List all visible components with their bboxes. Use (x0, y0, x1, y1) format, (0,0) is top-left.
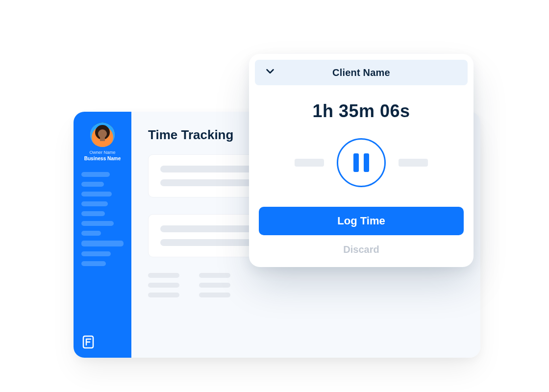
business-name-label: Business Name (84, 156, 121, 161)
sidebar-item[interactable] (81, 182, 104, 187)
summary-columns (148, 273, 461, 297)
client-selector[interactable]: Client Name (255, 60, 468, 85)
discard-button[interactable]: Discard (249, 244, 474, 255)
skeleton-line (148, 293, 179, 297)
skeleton-line (199, 293, 230, 297)
sidebar-item[interactable] (81, 261, 106, 266)
brand-logo-icon (79, 335, 95, 351)
sidebar: Owner Name Business Name (74, 112, 131, 358)
pause-button[interactable] (337, 138, 386, 187)
owner-name-label: Owner Name (89, 150, 115, 155)
client-name-label: Client Name (255, 67, 468, 78)
sidebar-nav (79, 172, 125, 266)
sidebar-item[interactable] (81, 241, 124, 246)
skeleton-line (199, 283, 230, 288)
timer-controls (249, 138, 474, 187)
log-time-button[interactable]: Log Time (259, 207, 464, 235)
chevron-down-icon (265, 66, 275, 79)
elapsed-time: 1h 35m 06s (249, 101, 474, 122)
skeleton-line (199, 273, 230, 278)
sidebar-item[interactable] (81, 192, 112, 196)
sidebar-item[interactable] (81, 231, 101, 236)
timeline-segment (399, 159, 428, 167)
timer-popover: Client Name 1h 35m 06s Log Time Discard (249, 54, 474, 267)
sidebar-item[interactable] (81, 211, 105, 216)
skeleton-line (148, 283, 179, 288)
sidebar-item[interactable] (81, 251, 111, 256)
pause-icon (353, 153, 369, 172)
timeline-segment (295, 159, 324, 167)
sidebar-item[interactable] (81, 221, 114, 226)
sidebar-item[interactable] (81, 201, 108, 206)
avatar[interactable] (90, 122, 115, 147)
sidebar-item[interactable] (81, 172, 110, 177)
svg-rect-4 (100, 136, 105, 141)
skeleton-line (148, 273, 179, 278)
